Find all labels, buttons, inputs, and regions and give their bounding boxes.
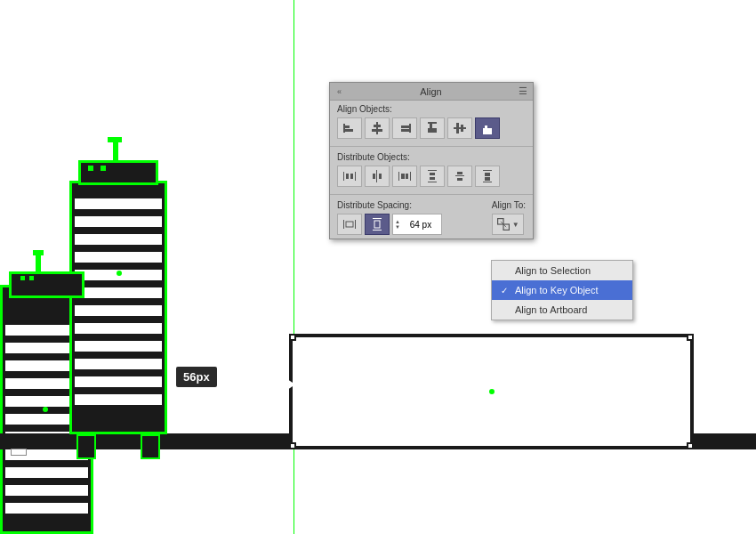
align-to-group: Align To: ▼: [492, 200, 526, 235]
building-top-section: [9, 271, 84, 298]
svg-rect-28: [406, 174, 408, 179]
distribute-objects-label: Distribute Objects:: [337, 152, 526, 162]
distribute-spacing-label: Distribute Spacing:: [337, 200, 483, 210]
svg-rect-30: [428, 182, 437, 182]
svg-rect-24: [379, 174, 382, 179]
rect-center-dot: [489, 389, 495, 394]
align-right-edges-btn[interactable]: [392, 117, 417, 139]
align-to-label: Align To:: [492, 200, 526, 210]
svg-rect-3: [376, 122, 378, 134]
svg-rect-11: [428, 128, 437, 133]
align-to-dropdown-menu: Align to Selection ✓ Align to Key Object…: [491, 260, 633, 320]
svg-rect-21: [350, 174, 353, 179]
building: [69, 181, 167, 434]
distribute-right-btn[interactable]: [392, 166, 417, 187]
svg-rect-6: [409, 124, 411, 133]
align-vertical-centers-btn[interactable]: [447, 117, 472, 139]
svg-rect-18: [343, 172, 344, 181]
vertical-guideline: [294, 0, 294, 534]
distribute-bottom-btn[interactable]: [475, 166, 500, 187]
svg-rect-39: [485, 177, 490, 181]
svg-rect-8: [401, 129, 409, 132]
svg-rect-29: [428, 170, 437, 171]
distribute-center-v-btn[interactable]: [447, 166, 472, 187]
distribute-left-btn[interactable]: [337, 166, 362, 187]
panel-minimize-btn[interactable]: «: [335, 87, 343, 96]
svg-rect-35: [457, 178, 462, 181]
align-objects-label: Align Objects:: [337, 104, 526, 114]
distribute-top-btn[interactable]: [420, 166, 445, 187]
svg-rect-13: [456, 123, 459, 134]
dropdown-item-key-object-label: Align to Key Object: [515, 285, 599, 295]
distribute-spacing-v-btn[interactable]: [365, 214, 390, 235]
align-objects-section: Align Objects:: [330, 101, 533, 144]
svg-rect-25: [398, 172, 399, 181]
canvas: 56px « Align ☰ Align Objects:: [0, 0, 756, 534]
distribute-spacing-h-btn[interactable]: [337, 214, 362, 235]
svg-rect-23: [373, 174, 375, 179]
distribute-spacing-group: Distribute Spacing: ▲ ▼: [337, 200, 483, 235]
handle-bl[interactable]: [289, 442, 296, 449]
spacing-input[interactable]: [402, 215, 439, 233]
dropdown-item-align-selection[interactable]: Align to Selection: [492, 261, 632, 280]
dropdown-item-align-artboard[interactable]: Align to Artboard: [492, 300, 632, 320]
align-to-dropdown[interactable]: ▼: [492, 214, 524, 235]
svg-rect-42: [346, 222, 353, 227]
align-bottom-edges-btn[interactable]: [475, 117, 500, 139]
align-left-edges-btn[interactable]: [337, 117, 362, 139]
svg-rect-15: [483, 133, 492, 134]
svg-rect-9: [428, 122, 437, 124]
panel-menu-btn[interactable]: ☰: [519, 85, 527, 97]
distribute-spacing-row: Distribute Spacing: ▲ ▼: [330, 197, 533, 239]
handle-tr[interactable]: [687, 334, 694, 341]
distance-label: 56px: [176, 367, 217, 387]
svg-rect-26: [410, 172, 411, 181]
spacing-down-btn[interactable]: ▼: [395, 224, 400, 230]
checkmark-key-object: ✓: [501, 286, 510, 295]
panel-window-controls: «: [335, 87, 343, 96]
svg-rect-19: [355, 172, 356, 181]
svg-rect-31: [430, 173, 435, 175]
dropdown-arrow-icon: ▼: [512, 221, 519, 229]
svg-rect-27: [401, 174, 405, 179]
svg-rect-5: [372, 129, 382, 132]
distribute-center-h-btn[interactable]: [365, 166, 390, 187]
svg-rect-33: [455, 175, 464, 176]
handle-tl[interactable]: [289, 334, 296, 341]
divider-2: [330, 194, 533, 195]
spacing-input-wrapper: ▲ ▼: [392, 214, 442, 235]
svg-rect-14: [461, 125, 463, 132]
align-top-edges-btn[interactable]: [420, 117, 445, 139]
svg-rect-44: [373, 230, 382, 231]
panel-titlebar: « Align ☰: [330, 83, 533, 101]
align-objects-row: [337, 117, 526, 139]
dropdown-item-artboard-label: Align to Artboard: [515, 304, 587, 315]
svg-rect-7: [401, 125, 409, 128]
svg-rect-17: [483, 128, 492, 133]
svg-rect-43: [373, 218, 382, 219]
align-horizontal-centers-btn[interactable]: [365, 117, 390, 139]
selected-rectangle[interactable]: [289, 334, 694, 449]
building-antenna: [36, 255, 41, 271]
bottom-indicator: [11, 449, 27, 456]
svg-rect-37: [483, 182, 492, 182]
handle-br[interactable]: [687, 442, 694, 449]
svg-rect-4: [374, 125, 381, 127]
spacing-spinners: ▲ ▼: [395, 219, 400, 230]
svg-rect-41: [355, 220, 356, 229]
panel-title: Align: [420, 86, 441, 97]
divider-1: [330, 146, 533, 147]
svg-rect-12: [454, 127, 466, 129]
svg-rect-10: [430, 124, 432, 128]
svg-rect-1: [345, 125, 350, 128]
svg-rect-20: [346, 174, 349, 179]
svg-rect-0: [343, 124, 345, 133]
distribute-objects-row: [337, 166, 526, 187]
align-panel: « Align ☰ Align Objects:: [329, 82, 534, 239]
svg-rect-38: [485, 173, 490, 176]
svg-rect-32: [430, 177, 435, 180]
dropdown-item-selection-label: Align to Selection: [515, 265, 591, 276]
dropdown-item-align-key-object[interactable]: ✓ Align to Key Object: [492, 280, 632, 300]
svg-rect-40: [343, 220, 344, 229]
svg-rect-22: [376, 170, 377, 182]
